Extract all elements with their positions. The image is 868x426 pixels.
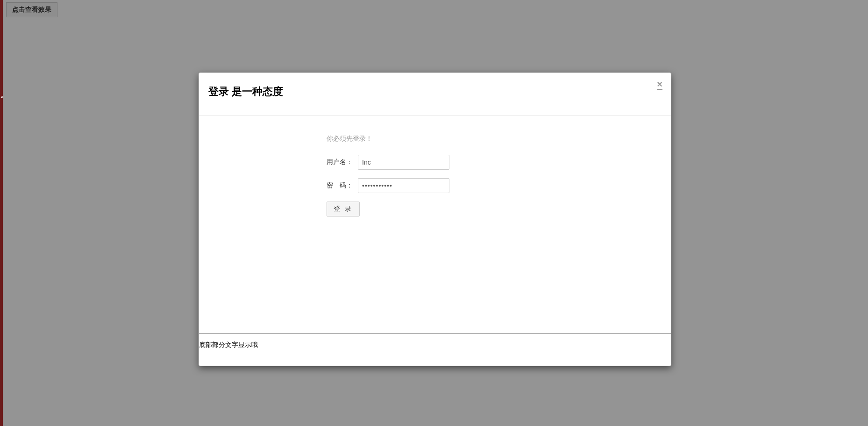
login-button[interactable]: 登 录	[327, 202, 360, 217]
username-label: 用户名：	[327, 158, 355, 166]
modal-body: 你必须先登录！ 用户名： 密 码： 登 录	[199, 116, 671, 333]
login-hint: 你必须先登录！	[327, 135, 662, 143]
username-input[interactable]	[358, 155, 449, 170]
close-icon[interactable]: ×	[657, 79, 662, 89]
password-row: 密 码：	[327, 178, 662, 193]
modal-header: × 登录 是一种态度	[199, 73, 671, 116]
login-modal: × 登录 是一种态度 你必须先登录！ 用户名： 密 码： 登 录 底部部分文字显…	[199, 72, 671, 366]
login-form: 你必须先登录！ 用户名： 密 码： 登 录	[327, 135, 662, 217]
modal-footer: 底部部分文字显示哦	[199, 333, 671, 366]
password-label: 密 码：	[327, 181, 355, 190]
password-input[interactable]	[358, 178, 449, 193]
modal-title: 登录 是一种态度	[208, 85, 662, 99]
submit-row: 登 录	[327, 202, 662, 217]
username-row: 用户名：	[327, 155, 662, 170]
